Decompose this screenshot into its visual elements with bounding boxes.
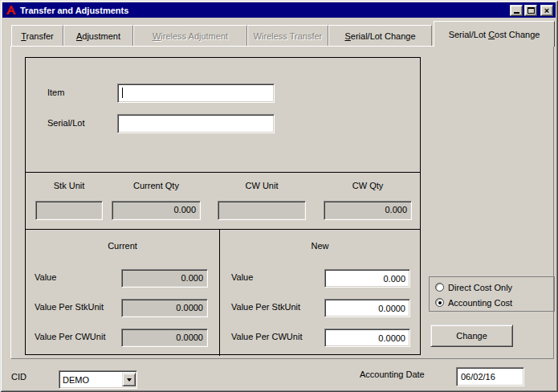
new-values-column: New Value Value Per StkUnit Value Per CW… [220,230,420,356]
text-caret [122,88,123,98]
cid-selected-value: DEMO [59,375,122,385]
new-value-per-cwunit-input[interactable] [324,329,410,347]
cw-qty-field: 0.000 [324,201,412,220]
transfer-and-adjustments-window: Transfer and Adjustments × Transfer Adju… [0,0,558,392]
accounting-cost-radio[interactable]: Accounting Cost [435,296,512,308]
cw-qty-label: CW Qty [324,181,412,190]
new-value-label: Value [231,272,253,282]
new-value-per-stkunit-input[interactable] [324,299,410,317]
item-section: Item Serial/Lot [26,58,420,172]
current-value-per-cwunit-field: 0.0000 [121,329,208,347]
window-title: Transfer and Adjustments [20,6,128,15]
tab-wireless-adjutment: Wireless Adjutment [133,25,247,46]
new-value-per-cwunit-label: Value Per CWUnit [231,332,302,341]
quantity-section: Stk Unit Current Qty CW Unit CW Qty 0.00… [26,172,420,229]
minimize-icon [514,12,519,14]
tab-adjustment[interactable]: Adjustment [63,25,133,46]
form-box: Item Serial/Lot Stk Unit Current Qty CW … [25,57,421,355]
new-value-input[interactable] [324,269,410,288]
tab-serial-lot-cost-change[interactable]: Serial/Lot Cost Change [434,21,555,47]
current-qty-field: 0.000 [112,201,201,220]
cw-unit-label: CW Unit [218,181,306,190]
tab-serial-lot-change[interactable]: Serial/Lot Change [328,25,432,46]
values-section: Current Value 0.000 Value Per StkUnit 0.… [26,229,420,356]
current-value-field: 0.000 [121,269,208,288]
change-button[interactable]: Change [430,325,513,347]
item-label: Item [47,88,64,97]
radio-unselected-icon [435,283,444,292]
new-title: New [220,241,420,251]
current-value-label: Value [35,272,56,282]
cost-mode-group: Direct Cost Only Accounting Cost [429,276,555,312]
radio-selected-icon [435,298,444,307]
current-values-column: Current Value 0.000 Value Per StkUnit 0.… [26,230,220,356]
cid-dropdown-button[interactable] [122,373,136,386]
tab-transfer[interactable]: Transfer [11,25,63,46]
accounting-date-input[interactable] [456,367,524,386]
tab-wireless-transfer: Wireless Transfer [247,25,328,46]
serial-lot-input[interactable] [117,114,275,133]
direct-cost-only-radio[interactable]: Direct Cost Only [435,281,512,293]
accounting-cost-label: Accounting Cost [448,298,512,308]
stk-unit-field [35,201,103,220]
current-qty-label: Current Qty [112,181,201,190]
close-button[interactable]: × [540,5,553,16]
serial-lot-label: Serial/Lot [47,118,84,128]
serial-lot-cost-change-page: Item Serial/Lot Stk Unit Current Qty CW … [10,46,554,359]
app-icon [6,5,17,16]
current-value-per-stkunit-label: Value Per StkUnit [35,302,104,312]
item-input[interactable] [117,84,275,103]
current-value-per-cwunit-label: Value Per CWUnit [35,332,105,341]
maximize-button[interactable] [524,5,537,16]
close-icon: × [544,6,549,14]
cid-label: CID [11,372,26,382]
maximize-icon [527,7,535,14]
accounting-date-label: Accounting Date [360,370,425,379]
cw-unit-field [218,201,306,220]
title-bar: Transfer and Adjustments × [2,2,556,18]
minimize-button[interactable] [510,5,523,16]
direct-cost-only-label: Direct Cost Only [448,283,512,292]
current-title: Current [26,241,219,251]
dropdown-arrow-icon [127,378,132,382]
new-value-per-stkunit-label: Value Per StkUnit [231,302,300,312]
stk-unit-label: Stk Unit [35,181,103,190]
current-value-per-stkunit-field: 0.0000 [121,299,208,317]
cid-combobox[interactable]: DEMO [59,370,137,389]
